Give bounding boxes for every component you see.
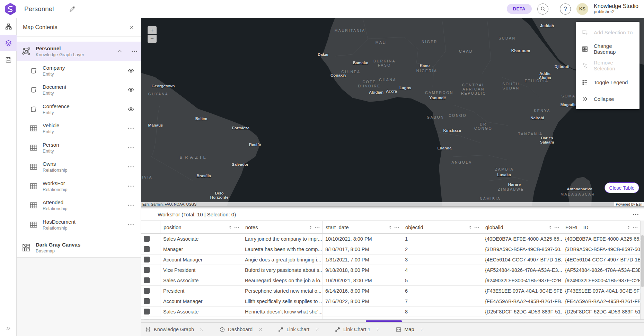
zoom-out-button[interactable]: − — [148, 35, 157, 43]
table-row[interactable]: Account ManagerLilith specifically sells… — [141, 296, 644, 307]
pencil-icon[interactable] — [69, 5, 76, 13]
tab-dashboard[interactable]: Dashboard — [219, 327, 263, 333]
ellipsis-icon[interactable] — [127, 86, 134, 93]
layer-group-personnel[interactable]: Personnel Knowledge Graph Layer — [17, 42, 141, 61]
row-checkbox[interactable] — [144, 298, 150, 304]
table-row[interactable]: ManagerLauretta has been with the comp..… — [141, 244, 644, 255]
table-row[interactable]: Sales AssociateLarry joined the company … — [141, 234, 644, 244]
layer-item-conference[interactable]: ConferenceEntity — [17, 100, 141, 119]
ellipsis-icon[interactable] — [314, 224, 320, 230]
page-title: Personnel — [24, 5, 54, 13]
table-vertical-scrollbar[interactable] — [640, 221, 644, 319]
ellipsis-icon[interactable] — [632, 224, 638, 230]
close-icon[interactable] — [376, 327, 380, 332]
zoom-in-button[interactable]: + — [148, 26, 157, 34]
cell-notes: Lauretta has been with the comp... — [242, 244, 322, 254]
table-row[interactable]: MarketingHubbard works on custom orders1… — [141, 317, 644, 319]
table-row[interactable]: Sales AssociateHenrietta doesn't know wh… — [141, 307, 644, 317]
ellipsis-icon[interactable] — [127, 202, 134, 209]
sort-icon[interactable] — [626, 225, 631, 230]
close-icon[interactable] — [420, 327, 424, 332]
menu-item-toggle-legend[interactable]: Toggle Legend — [576, 74, 639, 91]
tab-map[interactable]: Map — [396, 327, 424, 333]
cell-globalid: {4EC56104-CCC7-4907-BF7D-1B... — [482, 255, 562, 265]
row-checkbox[interactable] — [144, 236, 150, 242]
row-checkbox[interactable] — [144, 277, 150, 283]
horizontal-scroll-thumb[interactable] — [366, 320, 402, 322]
menu-item-change-basemap[interactable]: Change Basemap — [576, 41, 639, 57]
rail-item-layers[interactable] — [0, 35, 17, 51]
close-icon[interactable] — [258, 327, 263, 332]
rail-item-save[interactable] — [0, 51, 17, 68]
ellipsis-icon[interactable] — [127, 67, 134, 74]
layer-item-document[interactable]: DocumentEntity — [17, 80, 141, 100]
rail-expand-button[interactable] — [0, 326, 17, 331]
cell-start_date: 10/10/2021, 7:00 PM — [322, 317, 402, 319]
cell-objectid: 4 — [402, 265, 482, 275]
avatar[interactable]: KS — [576, 3, 588, 15]
chevron-up-icon[interactable] — [117, 49, 123, 54]
ellipsis-icon[interactable] — [127, 221, 134, 228]
row-checkbox-cell — [141, 307, 160, 317]
ellipsis-icon[interactable] — [131, 48, 138, 55]
row-checkbox[interactable] — [144, 267, 150, 273]
sort-icon[interactable] — [228, 225, 232, 230]
ellipsis-icon[interactable] — [554, 224, 560, 230]
tab-knowledge-graph[interactable]: Knowledge Graph — [145, 327, 204, 333]
sort-icon[interactable] — [308, 225, 313, 230]
row-checkbox[interactable] — [144, 246, 150, 252]
ellipsis-icon[interactable] — [632, 211, 639, 218]
layer-item-vehicle[interactable]: VehicleEntity — [17, 119, 141, 138]
layer-item-hasdocument[interactable]: HasDocumentRelationship — [17, 215, 141, 234]
layer-item-owns[interactable]: OwnsRelationship — [17, 157, 141, 177]
close-icon[interactable] — [200, 327, 204, 332]
topbar-divider — [554, 2, 554, 16]
table-row[interactable]: Sales AssociateBeauregard sleeps on the … — [141, 275, 644, 286]
cell-notes: Hubbard works on custom orders — [242, 317, 322, 319]
table-row[interactable]: Account ManagerAngie does a great job br… — [141, 255, 644, 265]
ellipsis-icon[interactable] — [474, 224, 480, 230]
table-row[interactable]: PresidentPersephone started new metal o.… — [141, 286, 644, 296]
ellipsis-icon[interactable] — [127, 144, 134, 151]
ellipsis-icon[interactable] — [127, 106, 134, 113]
basemap-item[interactable]: Dark Gray Canvas Basemap — [17, 238, 141, 258]
map-view[interactable]: MAURITANIAMALINIGERSUDANCHADBURKINA FASO… — [141, 18, 644, 206]
table-body: Sales AssociateLarry joined the company … — [141, 234, 644, 319]
table-horizontal-scrollbar[interactable] — [141, 319, 644, 322]
layer-item-attended[interactable]: AttendedRelationship — [17, 196, 141, 215]
rail-item-data-model[interactable] — [0, 18, 17, 35]
cell-esri_id: {3DB9A59C-B5FA-49CB-8597-50... — [562, 244, 640, 254]
ellipsis-icon[interactable] — [127, 125, 134, 132]
sort-icon[interactable] — [548, 225, 553, 230]
app-logo-icon[interactable] — [4, 3, 17, 15]
layer-item-text: AttendedRelationship — [43, 199, 68, 211]
add-selection-icon — [582, 29, 588, 36]
sort-icon[interactable] — [468, 225, 473, 230]
ellipsis-icon[interactable] — [127, 183, 134, 190]
row-checkbox[interactable] — [144, 257, 150, 262]
close-icon[interactable] — [129, 25, 134, 30]
table-row[interactable]: Vice PresidentBuford is very passionate … — [141, 265, 644, 275]
tab-link-chart-1[interactable]: Link Chart 1 — [335, 327, 380, 333]
row-checkbox[interactable] — [144, 288, 150, 294]
search-button[interactable] — [537, 3, 548, 15]
layer-item-worksfor[interactable]: WorksForRelationship — [17, 176, 141, 196]
sort-icon[interactable] — [388, 225, 392, 230]
table-icon — [29, 201, 38, 210]
ellipsis-icon[interactable] — [127, 163, 134, 170]
tab-link-chart[interactable]: Link Chart — [278, 327, 319, 333]
ellipsis-icon[interactable] — [394, 224, 400, 230]
menu-item-collapse[interactable]: Collapse — [576, 91, 639, 107]
layer-name: Vehicle — [43, 122, 59, 128]
ellipsis-icon[interactable] — [234, 224, 240, 230]
cell-globalid: {40DE0B7A-EF0E-4000-A325-65... — [482, 234, 562, 244]
layer-item-person[interactable]: PersonEntity — [17, 138, 141, 157]
vertical-scroll-thumb[interactable] — [641, 235, 644, 287]
tab-label: Dashboard — [228, 327, 253, 332]
cell-globalid: {3DB9A59C-B5FA-49CB-8597-50... — [482, 244, 562, 254]
close-icon[interactable] — [315, 327, 319, 332]
row-checkbox[interactable] — [144, 309, 150, 315]
layer-item-company[interactable]: CompanyEntity — [17, 61, 141, 80]
close-table-button[interactable]: Close Table — [605, 182, 639, 193]
help-button[interactable]: ? — [560, 3, 571, 15]
